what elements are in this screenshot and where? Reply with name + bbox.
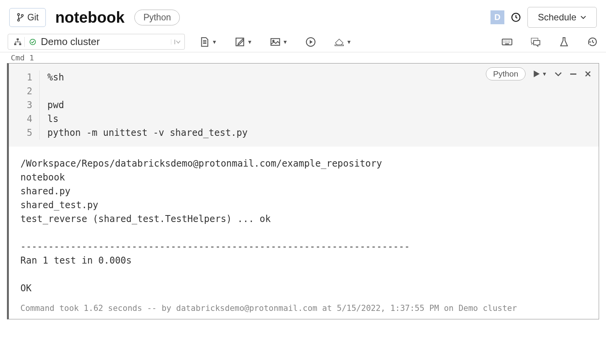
- chevron-down-icon: [580, 15, 586, 19]
- svg-rect-6: [19, 43, 21, 45]
- cluster-dropdown-icon[interactable]: [171, 39, 181, 45]
- svg-point-0: [18, 13, 20, 15]
- file-menu[interactable]: ▼: [199, 36, 217, 48]
- output-line: [20, 226, 587, 240]
- output-line: test_reverse (shared_test.TestHelpers) .…: [20, 212, 587, 226]
- line-number: 5: [9, 126, 32, 140]
- line-number: 4: [9, 112, 32, 126]
- output-line: ----------------------------------------…: [20, 240, 587, 254]
- notebook-title[interactable]: notebook: [55, 9, 124, 26]
- caret-down-icon: ▼: [542, 71, 547, 77]
- cmd-label: Cmd 1: [0, 52, 606, 62]
- caret-down-icon: ▼: [347, 39, 352, 45]
- schedule-label: Schedule: [538, 12, 576, 23]
- output-area: /Workspace/Repos/databricksdemo@protonma…: [9, 147, 599, 301]
- run-cell-button[interactable]: ▼: [532, 70, 547, 78]
- output-line: Ran 1 test in 0.000s: [20, 254, 587, 267]
- run-all-button[interactable]: [305, 36, 316, 48]
- avatar[interactable]: D: [490, 10, 504, 24]
- caret-down-icon: ▼: [212, 39, 217, 45]
- sitemap-icon: [11, 37, 25, 47]
- output-line: shared.py: [20, 184, 587, 198]
- cluster-name: Demo cluster: [41, 36, 100, 48]
- minimize-cell-button[interactable]: [569, 73, 577, 75]
- cell: 1 2 3 4 5 %sh pwdlspython -m unittest -v…: [7, 63, 599, 319]
- code-line: pwd: [47, 98, 248, 112]
- collapse-cell-button[interactable]: [554, 71, 562, 77]
- caret-down-icon: ▼: [247, 39, 253, 45]
- svg-point-2: [21, 15, 23, 17]
- edit-menu[interactable]: ▼: [234, 36, 253, 48]
- output-line: /Workspace/Repos/databricksdemo@protonma…: [20, 157, 587, 170]
- git-branch-icon: [17, 13, 24, 22]
- clock-icon[interactable]: [511, 12, 521, 23]
- language-label: Python: [143, 12, 171, 23]
- svg-point-7: [30, 39, 35, 44]
- keyboard-icon[interactable]: [501, 36, 513, 48]
- header-right: D Schedule: [490, 7, 597, 28]
- line-number: 3: [9, 98, 32, 112]
- output-line: OK: [20, 281, 587, 295]
- experiments-icon[interactable]: [558, 36, 570, 48]
- git-label: Git: [27, 12, 39, 23]
- svg-point-1: [18, 19, 20, 21]
- svg-rect-12: [335, 45, 343, 46]
- status-ok-icon: [29, 38, 36, 45]
- toolbar: Demo cluster ▼ ▼ ▼ ▼: [0, 32, 606, 52]
- code-text[interactable]: %sh pwdlspython -m unittest -v shared_te…: [40, 70, 248, 140]
- line-number: 2: [9, 84, 32, 98]
- language-pill[interactable]: Python: [134, 10, 180, 25]
- delete-cell-button[interactable]: [584, 70, 592, 78]
- svg-rect-14: [570, 73, 576, 75]
- insert-menu[interactable]: ▼: [270, 36, 288, 48]
- svg-rect-4: [17, 38, 19, 40]
- code-line: %sh: [47, 70, 248, 84]
- line-number: 1: [9, 70, 32, 84]
- cluster-selector[interactable]: Demo cluster: [8, 34, 185, 50]
- line-gutter: 1 2 3 4 5: [9, 70, 40, 140]
- output-line: notebook: [20, 170, 587, 184]
- cell-controls: Python ▼: [486, 67, 592, 80]
- clear-menu[interactable]: ▼: [333, 36, 352, 48]
- comments-icon[interactable]: [530, 36, 541, 48]
- schedule-button[interactable]: Schedule: [527, 7, 597, 28]
- cell-language-pill[interactable]: Python: [486, 67, 526, 80]
- command-footer: Command took 1.62 seconds -- by databric…: [9, 301, 599, 319]
- code-line: python -m unittest -v shared_test.py: [47, 126, 248, 140]
- code-line: ls: [47, 112, 248, 126]
- header-bar: Git notebook Python D Schedule: [0, 0, 606, 32]
- code-line: [47, 84, 248, 98]
- toolbar-right: [501, 36, 598, 48]
- git-button[interactable]: Git: [9, 8, 46, 27]
- svg-rect-5: [14, 43, 17, 45]
- code-area[interactable]: 1 2 3 4 5 %sh pwdlspython -m unittest -v…: [9, 63, 599, 147]
- caret-down-icon: ▼: [283, 39, 288, 45]
- history-icon[interactable]: [587, 36, 598, 48]
- output-line: [20, 267, 587, 281]
- toolbar-actions: ▼ ▼ ▼ ▼: [199, 36, 352, 48]
- output-line: shared_test.py: [20, 198, 587, 212]
